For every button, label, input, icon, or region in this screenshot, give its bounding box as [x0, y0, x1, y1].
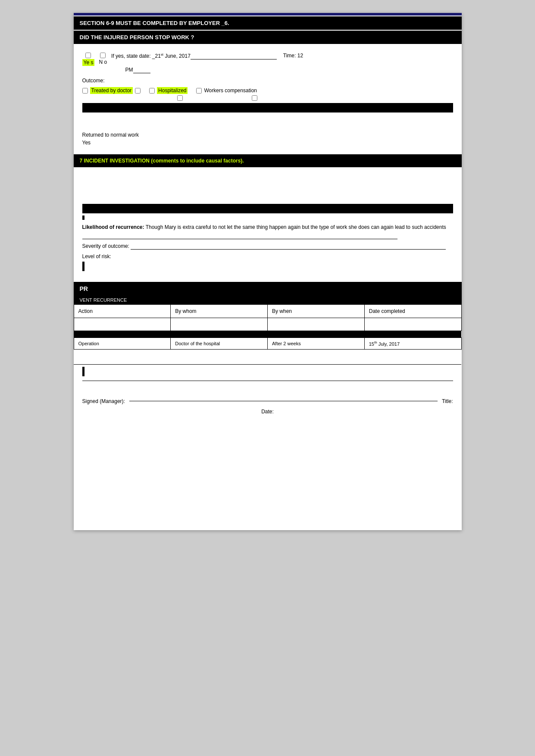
- small-checkbox1[interactable]: [177, 95, 183, 101]
- col-action: Action: [74, 305, 171, 318]
- by-when-empty: [268, 318, 365, 331]
- yes-checkbox-group: Ye s: [82, 53, 95, 66]
- col-date-completed: Date completed: [364, 305, 461, 318]
- treated-item: Treated by doctor: [82, 87, 141, 94]
- yes-standalone-text: Yes: [82, 140, 91, 146]
- black-bar-2: [82, 204, 453, 213]
- action-table: Action By whom By when Date completed Op…: [74, 304, 462, 365]
- stop-work-text: DID THE INJURED PERSON STOP WORK ?: [80, 34, 194, 41]
- investigation-header-text: 7 INCIDENT INVESTIGATION (comments to in…: [80, 158, 244, 164]
- treated-checkbox2[interactable]: [135, 88, 141, 94]
- black-row-cell: [74, 331, 461, 338]
- final-empty-cell: [74, 349, 461, 364]
- treated-label: Treated by doctor: [90, 87, 133, 94]
- table-row-empty: [74, 318, 461, 331]
- hospitalized-checkbox[interactable]: [149, 88, 155, 94]
- likelihood-detail: Though Mary is extra careful to not let …: [146, 224, 446, 230]
- table-row-data: Operation Doctor of the hospital After 2…: [74, 338, 461, 350]
- date-label: Date:: [261, 409, 274, 415]
- likelihood-text: Likelihood of recurrence: Though Mary is…: [82, 224, 446, 238]
- risk-text: Level of risk:: [82, 253, 111, 259]
- date-line: Date:: [82, 409, 453, 415]
- yes-checkbox[interactable]: [85, 53, 91, 58]
- treated-checkbox[interactable]: [82, 88, 88, 94]
- date-prefix-text: If yes, state date: _21st June, 2017: [111, 53, 277, 59]
- returned-text: Returned to normal work: [82, 132, 139, 138]
- small-black-accent: [82, 216, 84, 220]
- black-bar-1: [82, 103, 453, 112]
- workers-comp-checkbox[interactable]: [196, 88, 202, 94]
- yes-label: Ye s: [82, 59, 95, 66]
- bottom-border: [82, 381, 453, 381]
- outcome-label: Outcome:: [82, 78, 453, 84]
- by-when-cell: After 2 weeks: [268, 338, 365, 350]
- action-empty: [74, 318, 171, 331]
- yes-no-row: Ye s N o If yes, state date: _21st June,…: [82, 53, 453, 66]
- date-prefix: If yes, state date: _21: [111, 53, 161, 59]
- table-row-final-empty: [74, 349, 461, 364]
- col-by-whom: By whom: [171, 305, 268, 318]
- signed-line: Signed (Manager): Title:: [82, 398, 453, 404]
- date-underline: [191, 53, 277, 59]
- pm-label: PM: [125, 67, 133, 73]
- hospitalized-item: Hospitalized: [149, 87, 188, 94]
- outcome-text: Outcome:: [82, 78, 105, 84]
- title-label: Title:: [442, 398, 453, 404]
- stop-work-header: DID THE INJURED PERSON STOP WORK ?: [74, 31, 462, 44]
- no-checkbox[interactable]: [100, 53, 106, 58]
- date-completed-cell: 15th July, 2017: [364, 338, 461, 350]
- no-checkbox-group: N o: [99, 53, 107, 65]
- severity-text: Severity of outcome:: [82, 243, 446, 249]
- investigation-spacer: [82, 172, 453, 202]
- likelihood-row: Likelihood of recurrence: Though Mary is…: [82, 223, 453, 239]
- pr-header: PR: [74, 282, 462, 296]
- yes-standalone: Yes: [82, 140, 453, 146]
- table-black-row: [74, 331, 461, 338]
- pm-row: PM: [125, 67, 453, 73]
- by-whom-empty: [171, 318, 268, 331]
- bottom-accent-bar: [82, 367, 84, 376]
- by-whom-cell: Doctor of the hospital: [171, 338, 268, 350]
- small-checkbox-row: [177, 95, 453, 101]
- likelihood-underline: [82, 231, 397, 239]
- no-label: N o: [99, 59, 107, 65]
- signed-label: Signed (Manager):: [82, 398, 125, 404]
- pr-sub: VENT RECURRENCE: [74, 296, 462, 304]
- section6-header-text: SECTION 6-9 MUST BE COMPLETED BY EMPLOYE…: [80, 20, 229, 26]
- section6-header: SECTION 6-9 MUST BE COMPLETED BY EMPLOYE…: [74, 16, 462, 30]
- col-by-when: By when: [268, 305, 365, 318]
- time-label: Time: 12: [283, 53, 303, 59]
- likelihood-label: Likelihood of recurrence:: [82, 224, 144, 230]
- risk-row: Level of risk:: [82, 253, 453, 259]
- risk-label: Level of risk:: [82, 253, 111, 259]
- severity-row: Severity of outcome:: [82, 243, 453, 250]
- severity-label: Severity of outcome:: [82, 243, 129, 249]
- workers-comp-item: Workers compensation: [196, 87, 257, 94]
- date-time-row: If yes, state date: _21st June, 2017 Tim…: [111, 53, 453, 59]
- signed-underline: [129, 401, 438, 401]
- date-completed-empty: [364, 318, 461, 331]
- small-checkbox2[interactable]: [252, 95, 257, 101]
- workers-comp-label: Workers compensation: [204, 87, 257, 94]
- pr-header-text: PR: [80, 285, 88, 292]
- signed-section: Signed (Manager): Title: Date:: [74, 390, 462, 419]
- page: SECTION 6-9 MUST BE COMPLETED BY EMPLOYE…: [74, 13, 462, 530]
- spacer1: [82, 115, 453, 132]
- hospitalized-label: Hospitalized: [157, 87, 188, 94]
- investigation-header: 7 INCIDENT INVESTIGATION (comments to in…: [74, 154, 462, 167]
- pr-sub-text: VENT RECURRENCE: [80, 297, 127, 303]
- action-cell: Operation: [74, 338, 171, 350]
- investigation-content: Likelihood of recurrence: Though Mary is…: [74, 167, 462, 278]
- severity-underline: [131, 243, 446, 250]
- date-suffix: June, 2017: [163, 53, 191, 59]
- returned-label: Returned to normal work: [82, 132, 453, 138]
- risk-bar: [82, 262, 84, 271]
- outcome-checkboxes: Treated by doctor Hospitalized Workers c…: [82, 87, 453, 94]
